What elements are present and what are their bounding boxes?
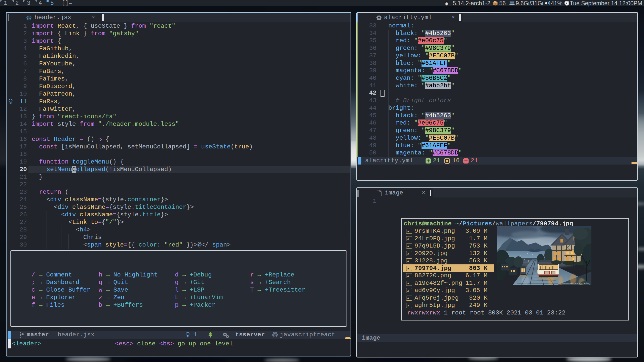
- svg-text:www.DesktopBackground.org: www.DesktopBackground.org: [562, 282, 590, 285]
